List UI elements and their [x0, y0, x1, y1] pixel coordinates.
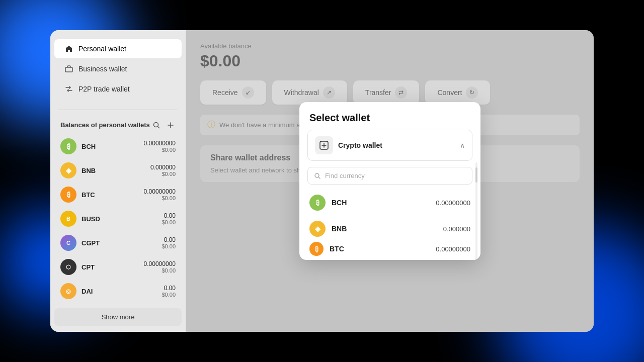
sidebar-item-business-wallet[interactable]: Business wallet — [54, 59, 182, 78]
wallet-name-bch: BCH — [82, 143, 139, 150]
svg-rect-0 — [65, 67, 72, 72]
wallet-balance-dai: 0.00 $0.00 — [162, 285, 176, 298]
svg-point-1 — [154, 123, 158, 127]
p2p-icon — [64, 84, 73, 94]
wallet-balance-busd: 0.00 $0.00 — [162, 212, 176, 225]
currency-btc-name: BTC — [330, 245, 430, 253]
wallet-item-busd[interactable]: B BUSD 0.00 $0.00 — [54, 207, 182, 231]
btc-icon: ₿ — [60, 187, 76, 203]
add-wallet-button[interactable] — [166, 120, 176, 130]
wallet-item-btc[interactable]: ₿ BTC 0.00000000 $0.00 — [54, 183, 182, 207]
wallet-item-bch[interactable]: ₿ BCH 0.00000000 $0.00 — [54, 134, 182, 158]
show-more-button[interactable]: Show more — [54, 308, 182, 326]
dai-icon: ◎ — [60, 283, 76, 299]
currency-btc-balance: 0.00000000 — [436, 245, 470, 253]
sidebar-item-label: Personal wallet — [78, 45, 126, 53]
wallet-balance-btc: 0.00000000 $0.00 — [144, 188, 176, 201]
balances-header: Balances of personal wallets — [50, 114, 186, 134]
currency-item-btc-partial[interactable]: ₿ BTC 0.00000000 — [299, 242, 480, 256]
wallet-item-cpt[interactable]: ⬡ CPT 0.00000000 $0.00 — [54, 255, 182, 279]
currency-search-input[interactable] — [325, 172, 466, 179]
currency-bch-balance: 0.00000000 — [436, 199, 470, 207]
wallet-name-cgpt: CGPT — [82, 239, 156, 247]
wallet-selector-label: Crypto wallet — [338, 141, 455, 149]
sidebar-item-label: P2P trade wallet — [78, 85, 130, 93]
balances-actions — [151, 120, 176, 130]
select-wallet-modal: Select wallet Crypto wallet ∧ — [299, 102, 480, 260]
wallet-balance-bnb: 0.000000 $0.00 — [150, 164, 176, 177]
sidebar-nav: Personal wallet Business wallet — [50, 30, 186, 106]
wallet-item-bnb[interactable]: ◈ BNB 0.000000 $0.00 — [54, 158, 182, 183]
wallet-item-dai[interactable]: ◎ DAI 0.00 $0.00 — [54, 279, 182, 303]
search-icon — [314, 172, 321, 179]
modal-title: Select wallet — [299, 102, 480, 130]
currency-list: ₿ BCH 0.00000000 ◈ BNB 0.000000 ₿ BTC — [299, 190, 480, 256]
currency-btc-icon: ₿ — [309, 242, 324, 256]
wallet-selector[interactable]: Crypto wallet ∧ — [307, 130, 472, 161]
app-container: Personal wallet Business wallet — [50, 30, 594, 332]
wallet-name-cpt: CPT — [82, 263, 139, 271]
bnb-icon: ◈ — [60, 162, 76, 178]
main-content: Available balance $0.00 Receive ↙ Withdr… — [186, 30, 594, 332]
currency-bnb-icon: ◈ — [309, 221, 326, 237]
scrollbar-track — [475, 162, 477, 260]
bch-icon: ₿ — [60, 138, 76, 154]
business-icon — [64, 64, 73, 73]
crypto-wallet-icon — [315, 136, 333, 154]
wallet-name-dai: DAI — [82, 288, 156, 295]
wallet-balance-cpt: 0.00000000 $0.00 — [144, 260, 176, 274]
home-icon — [64, 44, 73, 53]
wallet-item-dash[interactable]: D DASH 0.00000000 $0.00 — [54, 303, 182, 304]
wallet-item-cgpt[interactable]: C CGPT 0.00 $0.00 — [54, 231, 182, 255]
wallet-name-busd: BUSD — [82, 215, 156, 223]
chevron-up-icon: ∧ — [460, 141, 465, 149]
wallet-balance-bch: 0.00000000 $0.00 — [144, 140, 176, 153]
sidebar-divider — [58, 110, 178, 110]
sidebar-item-p2p-trade-wallet[interactable]: P2P trade wallet — [54, 79, 182, 99]
sidebar-item-label: Business wallet — [78, 65, 127, 73]
wallet-selector-row[interactable]: Crypto wallet ∧ — [308, 130, 472, 160]
wallet-list: ₿ BCH 0.00000000 $0.00 ◈ BNB 0.000000 $0… — [50, 134, 186, 304]
scrollbar-thumb[interactable] — [475, 167, 477, 183]
sidebar-item-personal-wallet[interactable]: Personal wallet — [54, 39, 182, 58]
wallet-name-btc: BTC — [82, 191, 139, 199]
svg-point-3 — [315, 173, 319, 177]
busd-icon: B — [60, 211, 76, 227]
currency-bch-icon: ₿ — [309, 195, 326, 211]
currency-bch-name: BCH — [332, 199, 430, 207]
balances-title: Balances of personal wallets — [60, 121, 150, 130]
currency-search-bar[interactable] — [307, 167, 472, 185]
sidebar: Personal wallet Business wallet — [50, 30, 186, 332]
currency-item-bch[interactable]: ₿ BCH 0.00000000 — [299, 190, 480, 216]
currency-bnb-name: BNB — [332, 225, 437, 233]
currency-bnb-balance: 0.000000 — [443, 225, 470, 233]
wallet-balance-cgpt: 0.00 $0.00 — [162, 236, 176, 249]
cpt-icon: ⬡ — [60, 259, 76, 275]
wallet-name-bnb: BNB — [82, 167, 145, 174]
currency-item-bnb[interactable]: ◈ BNB 0.000000 — [299, 216, 480, 242]
modal-overlay[interactable]: Select wallet Crypto wallet ∧ — [186, 30, 594, 332]
search-wallets-button[interactable] — [151, 120, 162, 130]
cgpt-icon: C — [60, 235, 76, 251]
